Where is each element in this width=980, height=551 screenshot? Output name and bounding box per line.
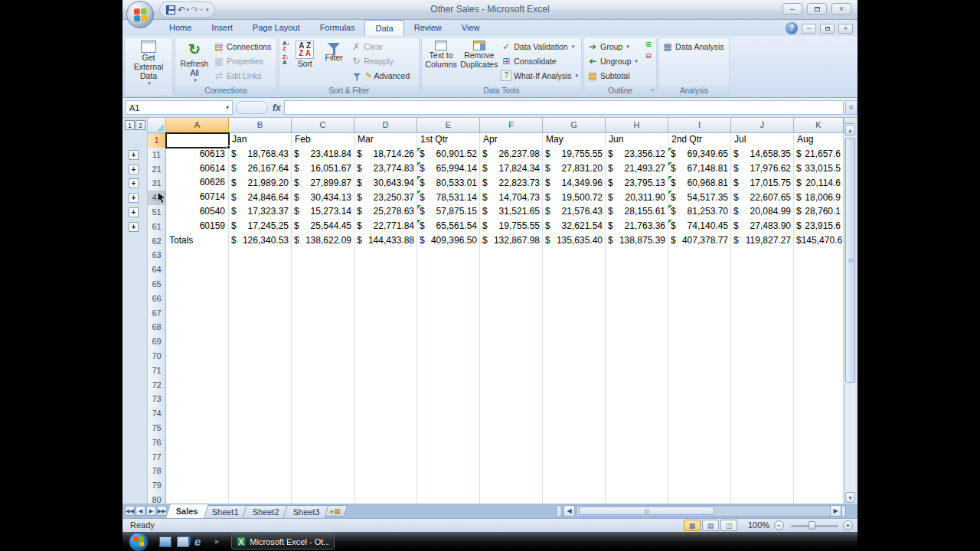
normal-view-button[interactable]: ▦ xyxy=(684,520,701,531)
row-header-69[interactable]: 69 xyxy=(148,334,166,350)
minimize-button[interactable]: – xyxy=(782,3,802,15)
row-header-77[interactable]: 77 xyxy=(148,450,166,465)
cell[interactable]: $20,114.6 xyxy=(794,176,844,191)
cell[interactable]: $24,846.64 xyxy=(229,191,292,206)
horizontal-scrollbar[interactable] xyxy=(576,505,831,517)
column-header-I[interactable]: I xyxy=(668,118,731,133)
vertical-scroll-thumb[interactable] xyxy=(845,138,855,383)
cell[interactable]: $78,531.14 xyxy=(417,191,480,206)
scroll-up-button[interactable]: ▲ xyxy=(845,125,855,135)
cell[interactable] xyxy=(229,349,292,364)
cell[interactable] xyxy=(417,277,480,292)
cell[interactable] xyxy=(543,493,606,504)
cell[interactable]: $18,714.26 xyxy=(354,148,417,163)
cell[interactable] xyxy=(668,320,731,335)
cell[interactable] xyxy=(543,349,606,364)
cell[interactable] xyxy=(794,378,844,393)
tab-data[interactable]: Data xyxy=(364,20,403,36)
cell[interactable]: $67,148.81 xyxy=(668,162,731,178)
cell[interactable] xyxy=(354,349,417,364)
workbook-close-button[interactable]: × xyxy=(838,24,853,34)
cell[interactable] xyxy=(668,334,731,350)
cell[interactable] xyxy=(668,262,731,278)
cell[interactable] xyxy=(229,306,292,321)
edit-links-button[interactable]: ⇄ Edit Links xyxy=(212,68,273,83)
next-sheet-button[interactable]: ▶ xyxy=(146,506,156,516)
cell[interactable]: $32,621.54 xyxy=(543,220,606,235)
cell[interactable] xyxy=(166,248,229,263)
cell[interactable] xyxy=(166,493,229,504)
cell[interactable] xyxy=(606,349,668,364)
row-header-64[interactable]: 64 xyxy=(148,262,166,278)
sort-a-to-z-button[interactable]: A↓Z xyxy=(281,41,291,51)
cell[interactable] xyxy=(480,320,543,335)
first-sheet-button[interactable]: ◀◀ xyxy=(125,506,135,516)
row-header-65[interactable]: 65 xyxy=(148,277,166,292)
cell[interactable]: $17,245.25 xyxy=(229,220,292,235)
cell[interactable]: $19,500.72 xyxy=(543,191,606,206)
cell[interactable] xyxy=(668,450,731,465)
cell[interactable] xyxy=(417,248,480,263)
zoom-out-button[interactable]: − xyxy=(774,520,784,530)
cell[interactable]: $69,349.65 xyxy=(668,148,731,163)
column-header-K[interactable]: K xyxy=(794,118,844,133)
cell[interactable]: $33,015.5 xyxy=(794,162,844,178)
cell[interactable] xyxy=(480,493,543,504)
cell[interactable]: $30,643.94 xyxy=(354,176,417,191)
row-header-80[interactable]: 80 xyxy=(148,493,166,504)
cell[interactable] xyxy=(292,392,354,407)
cell[interactable] xyxy=(543,277,606,292)
cell[interactable] xyxy=(606,262,668,278)
scroll-left-button[interactable]: ◀ xyxy=(564,505,575,517)
row-header-66[interactable]: 66 xyxy=(148,292,166,307)
cell[interactable] xyxy=(292,262,354,278)
cell[interactable] xyxy=(480,277,543,292)
cell[interactable]: 60159 xyxy=(166,220,229,235)
expand-group-row-21-button[interactable]: + xyxy=(129,165,139,174)
cell[interactable]: 2nd Qtr xyxy=(668,133,731,148)
cell[interactable] xyxy=(794,349,844,364)
cell[interactable]: 60614 xyxy=(166,162,229,178)
cell[interactable] xyxy=(229,334,292,350)
cell[interactable] xyxy=(668,378,731,393)
cell[interactable] xyxy=(229,262,292,278)
cell[interactable] xyxy=(606,450,668,465)
switch-windows-icon[interactable] xyxy=(177,536,189,547)
cell[interactable]: $15,273.14 xyxy=(292,205,354,220)
column-header-B[interactable]: B xyxy=(229,118,292,133)
cell[interactable]: $138,622.09 xyxy=(292,234,354,249)
cell[interactable]: $31,521.65 xyxy=(480,205,543,220)
cell[interactable] xyxy=(354,334,417,350)
cell[interactable] xyxy=(292,320,354,335)
cell[interactable] xyxy=(543,450,606,465)
cell[interactable] xyxy=(606,306,668,321)
cell[interactable] xyxy=(417,435,480,451)
cell[interactable] xyxy=(166,334,229,350)
properties-button[interactable]: ▦ Properties xyxy=(212,54,273,68)
cell[interactable] xyxy=(794,320,844,335)
cell[interactable]: $14,658.35 xyxy=(731,148,794,163)
cell[interactable]: $27,899.87 xyxy=(292,176,354,191)
insert-function-button[interactable]: fx xyxy=(273,103,281,113)
cell[interactable] xyxy=(166,349,229,364)
cell[interactable] xyxy=(292,364,354,379)
cell[interactable] xyxy=(417,406,480,422)
cell[interactable] xyxy=(229,450,292,465)
advanced-filter-button[interactable]: ✎ Advanced xyxy=(349,68,411,83)
cell[interactable]: $22,607.65 xyxy=(731,191,794,206)
cell[interactable] xyxy=(794,392,844,407)
cell[interactable] xyxy=(794,277,844,292)
cell[interactable] xyxy=(606,334,668,350)
cell[interactable]: $145,470.6 xyxy=(794,234,844,249)
text-to-columns-button[interactable]: Text to Columns xyxy=(423,39,459,83)
cell[interactable]: $23,250.37 xyxy=(354,191,417,206)
cell[interactable] xyxy=(229,378,292,393)
cell[interactable] xyxy=(794,435,844,451)
cell[interactable] xyxy=(480,292,543,307)
cell[interactable] xyxy=(292,406,354,422)
cell[interactable]: $407,378.77 xyxy=(668,234,731,249)
name-box[interactable]: A1 ▾ xyxy=(126,100,233,115)
cell[interactable]: $17,824.34 xyxy=(480,162,543,178)
tab-review[interactable]: Review xyxy=(404,20,452,36)
cell[interactable] xyxy=(543,320,606,335)
